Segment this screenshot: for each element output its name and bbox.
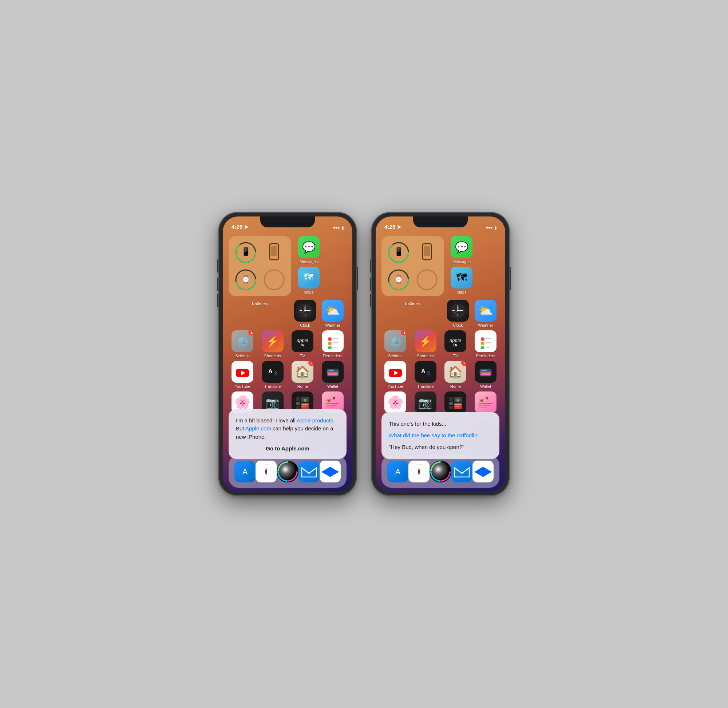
translate-icon-right[interactable]: A 文 [415, 361, 436, 383]
svg-point-106 [481, 342, 484, 345]
widget-row-right: 📱 ⌚ [381, 236, 500, 296]
maps-cell-left: 🗺 Maps [295, 267, 323, 295]
weather-icon-left[interactable]: ⛅ [322, 300, 344, 322]
svg-point-149 [430, 461, 451, 482]
maps-cell-right: 🗺 Maps [448, 267, 475, 295]
home-label-right: Home [450, 384, 461, 389]
wallet-label-right: Wallet [480, 384, 491, 389]
safari-dock-left[interactable] [256, 461, 277, 482]
appstore-dock-right[interactable]: A [387, 461, 408, 482]
svg-rect-25 [325, 333, 341, 349]
svg-rect-29 [333, 338, 339, 339]
photos-icon-right[interactable]: 🌸 [384, 392, 406, 413]
clock-cell-left: Clock [291, 300, 319, 328]
wallet-label-left: Wallet [327, 384, 338, 389]
svg-rect-4 [272, 243, 276, 244]
tv-icon-right[interactable]: apple tv [445, 330, 466, 352]
svg-text:📱: 📱 [241, 247, 251, 257]
siri-panel-right: This one's for the kids... What did the … [381, 412, 500, 459]
reminders-icon-left[interactable] [322, 330, 344, 352]
messages-label-right: Messages [452, 260, 471, 264]
maps-icon-right[interactable]: 🗺 [450, 267, 472, 289]
battery-watch-left: ⌚ [232, 267, 259, 293]
settings-icon-right[interactable]: 1 ⚙️ [384, 330, 406, 352]
row2-left: Batteries [228, 300, 347, 328]
siri-link-1: Apple products [296, 417, 333, 424]
mail-dock-left[interactable] [298, 461, 320, 482]
reminders-icon-right[interactable] [475, 330, 497, 352]
youtube-icon-left[interactable] [231, 361, 253, 383]
battery-icon-right: ▮ [494, 226, 497, 230]
svg-point-69 [277, 461, 298, 482]
svg-point-21 [304, 310, 306, 312]
dropbox-dock-left[interactable] [320, 461, 341, 482]
siri-joke-setup: This one's for the kids... [389, 419, 492, 428]
battery-phone-plain-left [261, 240, 288, 266]
home-icon-right[interactable]: 2 🏠 [445, 361, 466, 383]
siri-orb-right[interactable] [430, 461, 451, 482]
mail-dock-right[interactable] [451, 461, 472, 482]
reminders-label-right: Reminders [476, 354, 495, 358]
camera-icon-right[interactable]: 📷 [415, 392, 436, 413]
siri-link-2: Apple.com [246, 425, 271, 431]
svg-rect-124 [449, 397, 453, 401]
settings-icon-left[interactable]: 1 ⚙️ [231, 330, 253, 352]
home-icon-left[interactable]: 2 🏠 [292, 361, 313, 383]
clock-label-right: Clock [453, 323, 463, 328]
svg-text:文: 文 [273, 370, 278, 376]
messages-icon-right[interactable]: 💬 [450, 236, 472, 258]
svg-text:A: A [268, 368, 273, 374]
shortcuts-icon-left[interactable]: ⚡ [262, 330, 283, 352]
svg-text:文: 文 [426, 370, 431, 376]
clock-icon-left[interactable] [294, 300, 316, 322]
batteries-label-col-right: Batteries [381, 300, 444, 328]
youtube-label-right: YouTube [387, 384, 403, 389]
wifi-icon-right: ▾▾▾ [486, 226, 493, 230]
tv-label-right: TV [453, 354, 458, 358]
svg-rect-57 [326, 405, 337, 406]
shortcuts-icon-right[interactable]: ⚡ [415, 330, 436, 352]
weather-icon-right[interactable]: ⛅ [475, 300, 497, 322]
clock-icon-right[interactable] [447, 300, 469, 322]
youtube-icon-right[interactable] [384, 361, 406, 383]
svg-rect-85 [425, 243, 429, 244]
settings-label-left: Settings [235, 354, 250, 358]
svg-rect-52 [302, 406, 307, 407]
shortcuts-label-left: Shortcuts [264, 354, 280, 358]
wifi-icon: ▾▾▾ [333, 226, 340, 230]
svg-text:📱: 📱 [394, 247, 404, 257]
translate-icon-left[interactable]: A 文 [262, 361, 283, 383]
messages-cell-right: 💬 Messages [448, 236, 475, 264]
clock-cell-right: Clock [444, 300, 472, 328]
maps-icon-left[interactable]: 🗺 [298, 267, 320, 289]
svg-text:A: A [395, 467, 401, 476]
svg-point-27 [328, 342, 331, 345]
row2-right: Batteries [381, 300, 500, 328]
tv-icon-left[interactable]: apple tv [292, 330, 313, 352]
batteries-label-right: Batteries [405, 301, 420, 306]
shortcuts-cell-right: ⚡ Shortcuts [412, 330, 439, 358]
batteries-widget-right[interactable]: 📱 ⌚ [381, 236, 444, 296]
writing-icon-right[interactable]: 🦋 B [475, 392, 497, 413]
youtube-cell-right: YouTube [381, 361, 409, 389]
siri-orb-left[interactable] [277, 461, 298, 482]
widget-row-left: 📱 [228, 236, 347, 296]
svg-rect-43 [328, 370, 334, 371]
weather-cell-left: ⛅ Weather [319, 300, 347, 328]
messages-icon-left[interactable]: 💬 [298, 236, 320, 258]
svg-rect-47 [296, 406, 300, 409]
svg-text:🦋: 🦋 [479, 398, 484, 403]
battery-watch-right: ⌚ [385, 267, 412, 293]
appstore-dock-left[interactable]: A [234, 461, 256, 482]
battery-empty-left [261, 267, 288, 293]
siri-action-left[interactable]: Go to Apple.com [236, 445, 339, 451]
settings-label-right: Settings [388, 354, 403, 358]
battery-icon: ▮ [341, 226, 344, 230]
wallet-icon-right[interactable] [475, 361, 497, 383]
dropbox-dock-right[interactable] [472, 461, 494, 482]
svg-rect-108 [485, 338, 491, 339]
batteries-widget-left[interactable]: 📱 [228, 236, 291, 296]
safari-dock-right[interactable] [408, 461, 430, 482]
photography-icon-right[interactable] [445, 392, 466, 413]
wallet-icon-left[interactable] [322, 361, 344, 383]
